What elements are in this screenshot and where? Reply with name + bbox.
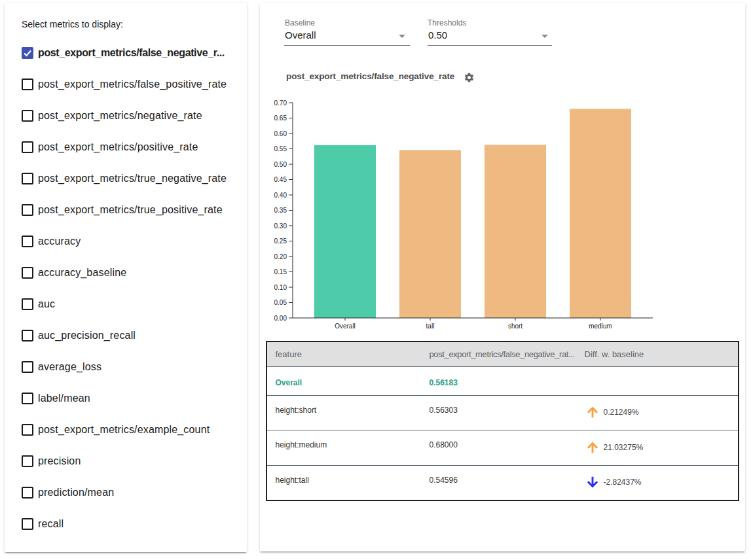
svg-text:0.60: 0.60 xyxy=(274,130,287,137)
svg-text:tall: tall xyxy=(426,323,435,330)
svg-text:0.15: 0.15 xyxy=(274,268,287,275)
svg-text:0.10: 0.10 xyxy=(274,284,287,291)
svg-text:0.00: 0.00 xyxy=(274,315,287,322)
svg-text:0.35: 0.35 xyxy=(274,207,287,214)
svg-text:0.40: 0.40 xyxy=(274,192,287,199)
svg-text:0.50: 0.50 xyxy=(274,161,287,168)
svg-text:0.20: 0.20 xyxy=(274,253,287,260)
svg-text:short: short xyxy=(508,323,522,330)
svg-text:0.55: 0.55 xyxy=(274,145,287,152)
svg-text:medium: medium xyxy=(589,323,612,330)
svg-text:0.30: 0.30 xyxy=(274,222,287,230)
svg-text:0.65: 0.65 xyxy=(274,114,287,122)
svg-text:0.45: 0.45 xyxy=(274,176,287,183)
svg-text:0.05: 0.05 xyxy=(274,299,287,306)
svg-text:Overall: Overall xyxy=(335,323,356,330)
svg-text:0.25: 0.25 xyxy=(274,237,287,245)
svg-text:0.70: 0.70 xyxy=(274,99,287,107)
